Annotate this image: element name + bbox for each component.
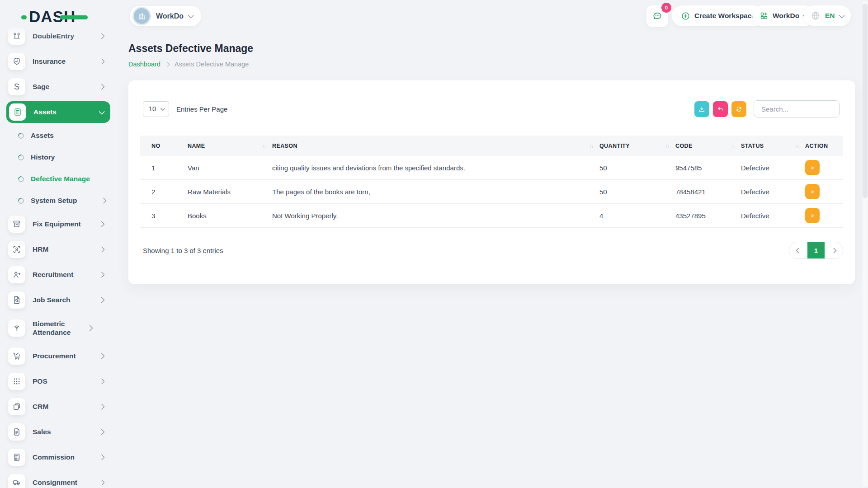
- pagination: 1: [789, 242, 843, 259]
- caret-right-icon: [810, 213, 816, 219]
- row-action-button[interactable]: [805, 208, 820, 223]
- sidebar: DoubleEntry Insurance S Sage: [6, 23, 110, 488]
- sidebar-item-recruitment[interactable]: Recruitment: [6, 262, 110, 287]
- sidebar-item-biometric-attendance[interactable]: Biometric Attendance: [6, 313, 110, 343]
- sidebar-item-job-search[interactable]: Job Search: [6, 287, 110, 313]
- col-header-code[interactable]: CODE↑↓: [675, 136, 741, 156]
- bullet-icon: [17, 153, 25, 161]
- sidebar-item-assets[interactable]: Assets: [6, 101, 110, 123]
- chevron-right-icon: [99, 33, 105, 39]
- chevron-right-icon: [99, 272, 105, 278]
- table-toolbar: 10 Entries Per Page: [143, 100, 840, 117]
- refresh-icon: [735, 105, 743, 113]
- sidebar-item-label: Biometric Attendance: [33, 319, 88, 337]
- sidebar-item-consignment[interactable]: Consignment: [6, 470, 110, 488]
- sidebar-item-commission[interactable]: Commission: [6, 445, 110, 470]
- col-header-action: ACTION: [805, 136, 843, 156]
- export-button[interactable]: [694, 101, 709, 117]
- sidebar-item-pos[interactable]: POS: [6, 369, 110, 394]
- workspace-switcher[interactable]: WorkDo: [130, 6, 201, 26]
- sidebar-item-procurement[interactable]: Procurement: [6, 343, 110, 369]
- language-selector[interactable]: EN: [804, 5, 851, 26]
- cell-no: 3: [140, 204, 188, 228]
- breadcrumb-dashboard-link[interactable]: Dashboard: [128, 61, 160, 68]
- refresh-button[interactable]: [731, 101, 746, 117]
- fingerprint-icon: [8, 319, 25, 337]
- entries-per-page-label: Entries Per Page: [176, 105, 227, 113]
- user-plus-icon: [8, 266, 25, 283]
- cell-action: [805, 156, 843, 180]
- sidebar-item-label: Fix Equipment: [33, 220, 99, 228]
- row-action-button[interactable]: [805, 160, 820, 175]
- chevron-down-icon: [160, 106, 165, 111]
- cell-name: Van: [188, 156, 272, 180]
- sidebar-item-label: Procurement: [33, 352, 99, 360]
- cell-name: Books: [188, 204, 272, 228]
- chevron-right-icon: [99, 297, 105, 303]
- entries-per-page-value: 10: [149, 105, 161, 113]
- chevron-right-icon: [99, 246, 105, 253]
- sidebar-item-label: Job Search: [33, 296, 99, 304]
- grid-dots-icon: [8, 373, 25, 390]
- calculator-icon: [9, 103, 26, 121]
- workdo-menu-label: WorkDo: [773, 12, 799, 20]
- pagination-prev-button[interactable]: [789, 242, 807, 258]
- sort-icon: ↑↓: [731, 143, 735, 148]
- row-action-button[interactable]: [805, 184, 820, 199]
- breadcrumb-current: Assets Defective Manage: [175, 61, 249, 68]
- chevron-right-icon: [99, 58, 105, 65]
- sidebar-item-hrm[interactable]: HRM: [6, 237, 110, 262]
- pagination-next-button[interactable]: [825, 242, 843, 258]
- chevron-right-icon: [99, 378, 105, 385]
- sidebar-item-doubleentry[interactable]: DoubleEntry: [6, 23, 110, 49]
- workspace-avatar: [132, 7, 151, 25]
- search-input[interactable]: [754, 100, 840, 117]
- building-icon: [137, 12, 146, 20]
- messages-button[interactable]: 0: [646, 5, 668, 27]
- cell-status: Defective: [741, 156, 805, 180]
- sidebar-subitem-system-setup[interactable]: System Setup: [6, 190, 110, 211]
- sidebar-subitem-label: Assets: [31, 131, 110, 140]
- logo-accent-dash: [60, 15, 88, 19]
- col-header-name[interactable]: NAME↑↓: [188, 136, 272, 156]
- col-header-status[interactable]: STATUS↑↓: [741, 136, 805, 156]
- col-header-reason[interactable]: REASON↑↓: [272, 136, 599, 156]
- sidebar-subitem-assets[interactable]: Assets: [6, 125, 110, 146]
- shield-check-icon: [8, 53, 25, 70]
- sidebar-item-insurance[interactable]: Insurance: [6, 49, 110, 74]
- cell-action: [805, 204, 843, 228]
- sidebar-item-label: DoubleEntry: [33, 32, 99, 40]
- sidebar-item-label: CRM: [33, 402, 99, 411]
- create-workspace-label: Create Workspace: [694, 12, 755, 20]
- sage-icon: S: [8, 78, 25, 95]
- workspace-name: WorkDo: [156, 12, 184, 20]
- col-header-no[interactable]: NO: [140, 136, 188, 156]
- sort-icon: ↑↓: [262, 143, 266, 148]
- sidebar-subitem-label: Defective Manage: [31, 175, 110, 183]
- pagination-page-1[interactable]: 1: [807, 242, 825, 258]
- doubleentry-icon: [8, 28, 25, 45]
- col-header-quantity[interactable]: QUANTITY↑↓: [599, 136, 675, 156]
- chevron-right-icon: [99, 454, 105, 460]
- sidebar-item-fix-equipment[interactable]: Fix Equipment: [6, 211, 110, 237]
- cell-reason: The pages of the books are torn,: [272, 180, 599, 204]
- cell-reason: Not Working Properly.: [272, 204, 599, 228]
- create-workspace-button[interactable]: Create Workspace: [672, 5, 764, 26]
- sidebar-subitem-defective-manage[interactable]: Defective Manage: [6, 168, 110, 190]
- sidebar-item-sage[interactable]: S Sage: [6, 74, 110, 99]
- chevron-right-icon: [99, 84, 105, 90]
- brand-logo[interactable]: DASH: [29, 7, 75, 26]
- undo-arrow-icon: [717, 105, 724, 113]
- cell-code: 43527895: [675, 204, 741, 228]
- undo-button[interactable]: [713, 101, 728, 117]
- entries-per-page-select[interactable]: 10: [143, 101, 169, 117]
- sidebar-item-sales[interactable]: Sales: [6, 419, 110, 445]
- caret-right-icon: [810, 165, 816, 171]
- sidebar-item-crm[interactable]: CRM: [6, 394, 110, 419]
- document-search-icon: [8, 291, 25, 309]
- sidebar-subitem-history[interactable]: History: [6, 146, 110, 168]
- cell-quantity: 50: [599, 180, 675, 204]
- sidebar-item-label: Sales: [33, 427, 99, 436]
- page-scrollbar-thumb[interactable]: [863, 4, 868, 198]
- logo-accent-dot: [21, 15, 27, 19]
